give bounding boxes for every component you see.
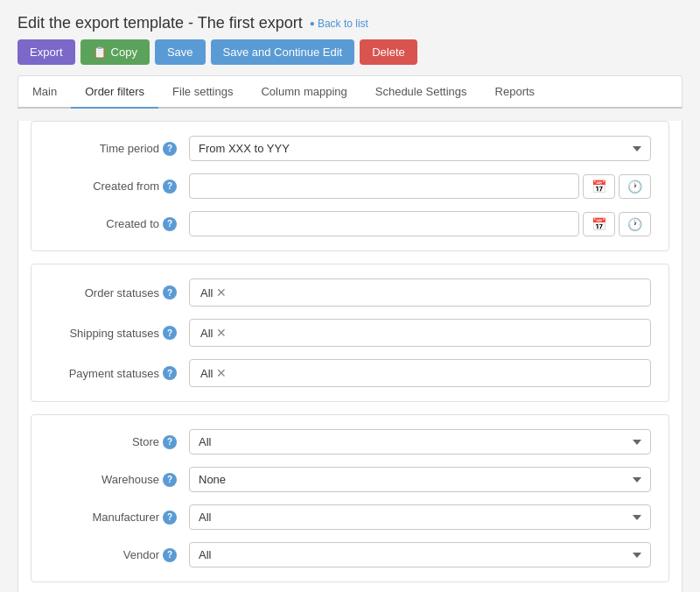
order-statuses-input[interactable]: All ✕ <box>189 278 651 307</box>
shipping-statuses-row: Shipping statuses ? All ✕ <box>49 319 651 347</box>
save-button[interactable]: Save <box>155 39 206 65</box>
created-to-input-group: 📅 🕐 <box>189 211 651 236</box>
vendor-select[interactable]: All <box>189 542 651 567</box>
created-to-help-icon[interactable]: ? <box>163 217 177 231</box>
store-row: Store ? All <box>49 429 651 455</box>
payment-statuses-help-icon[interactable]: ? <box>163 366 177 380</box>
payment-statuses-input[interactable]: All ✕ <box>189 359 651 387</box>
tab-main[interactable]: Main <box>18 76 71 109</box>
shipping-statuses-all-tag: All ✕ <box>197 325 230 342</box>
order-statuses-all-tag: All ✕ <box>197 285 230 301</box>
created-to-clock-btn[interactable]: 🕐 <box>619 212 651 236</box>
tab-reports[interactable]: Reports <box>481 76 550 109</box>
payment-statuses-remove[interactable]: ✕ <box>216 367 227 379</box>
back-to-list-link[interactable]: Back to list <box>310 18 368 30</box>
copy-button[interactable]: 📋 Copy <box>80 39 150 65</box>
created-from-input[interactable] <box>189 173 579 199</box>
time-period-label: Time period ? <box>49 142 189 156</box>
manufacturer-row: Manufacturer ? All <box>49 504 651 530</box>
tab-column-mapping[interactable]: Column mapping <box>247 76 360 109</box>
created-from-row: Created from ? 📅 🕐 <box>49 173 651 199</box>
vendor-row: Vendor ? All <box>49 542 651 567</box>
created-to-label: Created to ? <box>49 217 189 231</box>
tabs: Main Order filters File settings Column … <box>18 75 682 109</box>
filters-section: Store ? All Warehouse ? None Manufactu <box>31 414 669 582</box>
created-from-clock-btn[interactable]: 🕐 <box>619 174 651 199</box>
shipping-statuses-input[interactable]: All ✕ <box>189 319 651 347</box>
manufacturer-help-icon[interactable]: ? <box>163 511 177 525</box>
page-header: Edit the export template - The first exp… <box>18 14 682 65</box>
warehouse-select[interactable]: None <box>189 467 651 492</box>
tab-content: Time period ? From XXX to YYY Created fr… <box>18 121 682 592</box>
save-continue-button[interactable]: Save and Continue Edit <box>211 39 355 65</box>
toolbar: Export 📋 Copy Save Save and Continue Edi… <box>18 39 417 65</box>
tab-order-filters[interactable]: Order filters <box>71 76 158 109</box>
export-button[interactable]: Export <box>18 39 75 65</box>
store-help-icon[interactable]: ? <box>163 435 177 449</box>
manufacturer-label: Manufacturer ? <box>49 511 189 525</box>
statuses-section: Order statuses ? All ✕ Shipping statuses… <box>31 264 669 402</box>
time-period-section: Time period ? From XXX to YYY Created fr… <box>31 121 669 251</box>
warehouse-row: Warehouse ? None <box>49 467 651 492</box>
tab-file-settings[interactable]: File settings <box>158 76 247 109</box>
copy-icon: 📋 <box>93 46 107 59</box>
created-from-input-group: 📅 🕐 <box>189 173 651 199</box>
order-statuses-label: Order statuses ? <box>49 285 189 300</box>
time-period-row: Time period ? From XXX to YYY <box>49 136 651 161</box>
tab-schedule-settings[interactable]: Schedule Settings <box>361 76 481 109</box>
page-title-area: Edit the export template - The first exp… <box>18 14 368 32</box>
payment-statuses-label: Payment statuses ? <box>49 366 189 380</box>
created-from-label: Created from ? <box>49 180 189 194</box>
order-statuses-help-icon[interactable]: ? <box>163 285 177 300</box>
warehouse-label: Warehouse ? <box>49 473 189 487</box>
order-statuses-row: Order statuses ? All ✕ <box>49 278 651 307</box>
store-select[interactable]: All <box>189 429 651 455</box>
time-period-select[interactable]: From XXX to YYY <box>189 136 651 161</box>
shipping-statuses-remove[interactable]: ✕ <box>216 327 227 339</box>
order-statuses-remove[interactable]: ✕ <box>216 286 227 299</box>
page-title: Edit the export template - The first exp… <box>18 14 303 32</box>
vendor-label: Vendor ? <box>49 548 189 562</box>
time-period-help-icon[interactable]: ? <box>163 142 177 156</box>
created-to-input[interactable] <box>189 211 579 236</box>
store-label: Store ? <box>49 435 189 449</box>
shipping-statuses-help-icon[interactable]: ? <box>163 326 177 340</box>
created-to-calendar-btn[interactable]: 📅 <box>583 212 615 236</box>
manufacturer-select[interactable]: All <box>189 504 651 530</box>
created-to-row: Created to ? 📅 🕐 <box>49 211 651 236</box>
payment-statuses-row: Payment statuses ? All ✕ <box>49 359 651 387</box>
payment-statuses-all-tag: All ✕ <box>197 365 230 382</box>
created-from-calendar-btn[interactable]: 📅 <box>583 174 615 199</box>
vendor-help-icon[interactable]: ? <box>163 548 177 562</box>
delete-button[interactable]: Delete <box>360 39 417 65</box>
created-from-help-icon[interactable]: ? <box>163 180 177 194</box>
warehouse-help-icon[interactable]: ? <box>163 473 177 487</box>
shipping-statuses-label: Shipping statuses ? <box>49 326 189 340</box>
